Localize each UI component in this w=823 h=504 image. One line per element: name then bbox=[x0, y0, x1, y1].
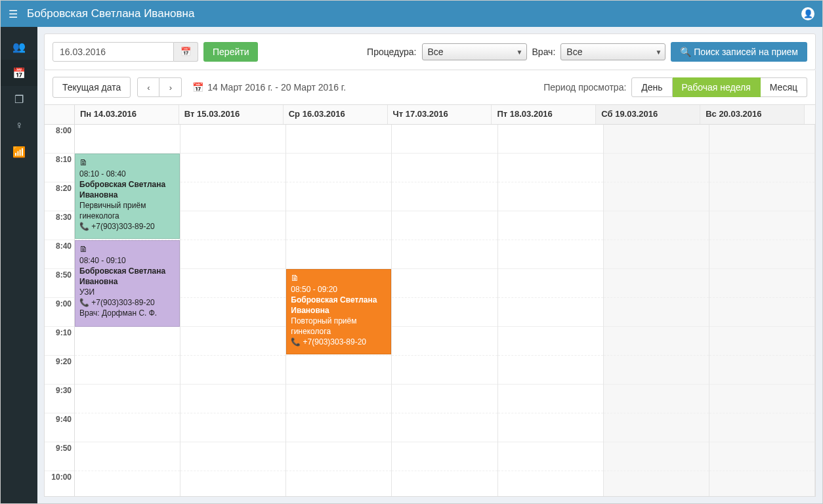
doctor-select[interactable]: Все bbox=[560, 43, 665, 60]
time-label: 8:00 bbox=[45, 125, 74, 154]
next-button[interactable]: › bbox=[159, 77, 182, 97]
time-label: 9:40 bbox=[45, 413, 74, 442]
menu-toggle-button[interactable]: ☰ bbox=[9, 8, 18, 20]
toolbar-primary: 📅 Перейти Процедура: Все ▼ Врач: Все ▼ bbox=[44, 33, 816, 70]
sidebar-item-patients[interactable]: 👥 bbox=[1, 33, 37, 60]
calendar-icon: 📅 bbox=[192, 82, 203, 93]
user-avatar[interactable]: 👤 bbox=[801, 7, 814, 20]
day-column[interactable] bbox=[604, 125, 709, 496]
day-column[interactable]: 🗎08:10 - 08:40Бобровская Светлана Иванов… bbox=[75, 125, 180, 496]
document-icon: 🗎 bbox=[79, 158, 88, 167]
event-time: 08:50 - 09:20 bbox=[291, 284, 387, 295]
day-header: Вс 20.03.2016 bbox=[700, 105, 805, 124]
female-icon: ♀ bbox=[15, 119, 23, 131]
day-header: Ср 16.03.2016 bbox=[284, 105, 388, 124]
sidebar-item-women[interactable]: ♀ bbox=[1, 112, 37, 138]
chevron-left-icon: ‹ bbox=[147, 83, 150, 93]
copy-icon: ❐ bbox=[14, 93, 24, 106]
event-patient-name: Бобровская Светлана Ивановна bbox=[79, 266, 175, 287]
phone-icon: 📞 bbox=[79, 298, 89, 307]
doctor-label: Врач: bbox=[532, 47, 556, 57]
phone-icon: 📞 bbox=[79, 222, 89, 231]
day-column[interactable] bbox=[498, 125, 604, 496]
search-icon: 🔍 bbox=[680, 47, 691, 57]
time-label: 9:20 bbox=[45, 356, 74, 385]
page-title: Бобровская Светлана Ивановна bbox=[27, 7, 801, 20]
day-column[interactable] bbox=[392, 125, 497, 496]
document-icon: 🗎 bbox=[79, 244, 88, 254]
day-header: Пн 14.03.2016 bbox=[75, 105, 179, 124]
event-description: Первичный приём гинеколога bbox=[79, 200, 175, 221]
event-description: Повторный приём гинеколога bbox=[291, 316, 387, 337]
event-time: 08:40 - 09:10 bbox=[79, 255, 175, 266]
view-day-button[interactable]: День bbox=[631, 77, 672, 97]
search-button-label: Поиск записей на прием bbox=[694, 47, 798, 57]
date-range-label: 14 Март 2016 г. - 20 Март 2016 г. bbox=[207, 82, 346, 93]
day-column[interactable] bbox=[709, 125, 815, 496]
event-patient-name: Бобровская Светлана Ивановна bbox=[291, 295, 387, 316]
event-phone: 📞 +7(903)303-89-20 bbox=[79, 221, 175, 232]
time-label: 8:40 bbox=[45, 240, 74, 269]
time-label: 8:50 bbox=[45, 269, 74, 298]
chevron-right-icon: › bbox=[169, 83, 172, 93]
sidebar-item-copy[interactable]: ❐ bbox=[1, 86, 37, 112]
search-appointments-button[interactable]: 🔍 Поиск записей на прием bbox=[671, 42, 807, 62]
date-input[interactable] bbox=[53, 42, 174, 62]
procedure-select[interactable]: Все bbox=[422, 43, 527, 60]
time-label: 8:20 bbox=[45, 182, 74, 211]
view-workweek-button[interactable]: Рабочая неделя bbox=[673, 77, 761, 97]
event-phone: 📞 +7(903)303-89-20 bbox=[79, 297, 175, 308]
rss-icon: 📶 bbox=[12, 146, 26, 158]
view-month-button[interactable]: Месяц bbox=[761, 77, 807, 97]
time-label: 9:50 bbox=[45, 442, 74, 471]
users-icon: 👥 bbox=[12, 41, 26, 53]
event-description: УЗИ bbox=[79, 287, 175, 297]
day-header: Чт 17.03.2016 bbox=[388, 105, 492, 124]
document-icon: 🗎 bbox=[291, 273, 299, 283]
sidebar-item-feed[interactable]: 📶 bbox=[1, 138, 37, 165]
calendar: Пн 14.03.2016Вт 15.03.2016Ср 16.03.2016Ч… bbox=[44, 105, 816, 497]
event-time: 08:10 - 08:40 bbox=[79, 169, 175, 179]
day-column[interactable] bbox=[180, 125, 286, 496]
sidebar: 👥 📅 ❐ ♀ 📶 bbox=[1, 27, 37, 503]
time-label: 8:10 bbox=[45, 154, 74, 182]
procedure-label: Процедура: bbox=[367, 47, 416, 57]
date-picker-button[interactable]: 📅 bbox=[174, 42, 198, 62]
view-period-label: Период просмотра: bbox=[543, 82, 626, 93]
time-label: 9:00 bbox=[45, 298, 74, 327]
prev-button[interactable]: ‹ bbox=[137, 77, 159, 97]
event-phone: 📞 +7(903)303-89-20 bbox=[291, 337, 387, 347]
calendar-icon: 📅 bbox=[180, 47, 191, 56]
calendar-event[interactable]: 🗎08:40 - 09:10Бобровская Светлана Иванов… bbox=[75, 240, 180, 327]
time-label: 9:30 bbox=[45, 385, 74, 413]
toolbar-secondary: Текущая дата ‹ › 📅 14 Март 2016 г. - 20 … bbox=[44, 70, 816, 105]
event-patient-name: Бобровская Светлана Ивановна bbox=[79, 179, 175, 200]
phone-icon: 📞 bbox=[291, 337, 301, 346]
event-extra: Врач: Дорфман С. Ф. bbox=[79, 308, 175, 318]
topbar: ☰ Бобровская Светлана Ивановна 👤 bbox=[1, 1, 822, 27]
today-button[interactable]: Текущая дата bbox=[53, 77, 131, 98]
day-header: Пт 18.03.2016 bbox=[492, 105, 596, 124]
day-header: Вт 15.03.2016 bbox=[179, 105, 284, 124]
day-header: Сб 19.03.2016 bbox=[596, 105, 700, 124]
calendar-icon: 📅 bbox=[12, 67, 26, 79]
time-label: 8:30 bbox=[45, 211, 74, 240]
time-label: 9:10 bbox=[45, 327, 74, 356]
time-label: 10:00 bbox=[45, 471, 74, 496]
calendar-event[interactable]: 🗎08:50 - 09:20Бобровская Светлана Иванов… bbox=[286, 269, 391, 354]
go-button[interactable]: Перейти bbox=[203, 42, 258, 62]
day-column[interactable]: 🗎08:50 - 09:20Бобровская Светлана Иванов… bbox=[286, 125, 392, 496]
sidebar-item-calendar[interactable]: 📅 bbox=[1, 60, 37, 86]
calendar-event[interactable]: 🗎08:10 - 08:40Бобровская Светлана Иванов… bbox=[75, 154, 180, 239]
